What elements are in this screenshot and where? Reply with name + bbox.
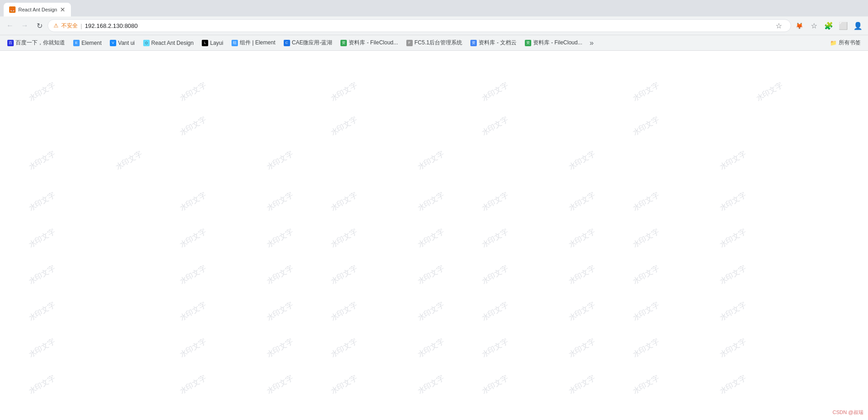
- bookmark-star-button[interactable]: ☆: [772, 19, 785, 32]
- bookmark-favicon-element: E: [73, 40, 80, 46]
- watermark-item: 水印文字: [567, 337, 597, 360]
- window-button[interactable]: ⬜: [837, 19, 850, 32]
- watermark-item: 水印文字: [631, 227, 661, 250]
- watermark-item: 水印文字: [265, 190, 295, 213]
- bookmark-baidu[interactable]: 百 百度一下，你就知道: [4, 37, 69, 49]
- bookmark-favicon-filecloud2: 资: [525, 40, 531, 46]
- reload-button[interactable]: ↻: [33, 19, 46, 32]
- watermark-item: 水印文字: [755, 81, 785, 103]
- bookmark-label-wenjian: 资料库 - 文档云: [479, 39, 517, 47]
- watermark-item: 水印文字: [480, 81, 510, 103]
- account-button[interactable]: 👤: [852, 19, 864, 32]
- watermark-item: 水印文字: [480, 337, 510, 360]
- watermark-item: 水印文字: [178, 115, 208, 138]
- watermark-item: 水印文字: [178, 373, 208, 396]
- security-icon: ⚠: [54, 22, 59, 29]
- watermark-item: 水印文字: [265, 373, 295, 396]
- watermark-item: 水印文字: [416, 190, 446, 213]
- watermark-item: 水印文字: [480, 264, 510, 286]
- watermark-item: 水印文字: [631, 115, 661, 138]
- bookmark-favicon-baidu: 百: [7, 40, 14, 46]
- bookmark-layui[interactable]: L Layui: [198, 37, 227, 49]
- watermark-item: 水印文字: [178, 300, 208, 323]
- watermark-item: 水印文字: [718, 300, 748, 323]
- watermark-item: 水印文字: [114, 149, 144, 172]
- watermark-item: 水印文字: [329, 373, 359, 396]
- bookmark-favicon-wenjian: 资: [470, 40, 477, 46]
- page-content: 水印文字水印文字水印文字水印文字水印文字水印文字水印文字水印文字水印文字水印文字…: [0, 51, 868, 420]
- watermark-item: 水印文字: [480, 190, 510, 213]
- bookmark-favicon-fc: F: [406, 40, 413, 46]
- bookmark-label-fc: FC5.1后台管理系统: [415, 39, 463, 47]
- watermark-item: 水印文字: [178, 337, 208, 360]
- watermark-item: 水印文字: [416, 300, 446, 323]
- watermark-item: 水印文字: [416, 337, 446, 360]
- bookmark-label-cae: CAE微应用-蓝湖: [292, 39, 333, 47]
- watermark-item: 水印文字: [631, 81, 661, 103]
- watermark-item: 水印文字: [329, 115, 359, 138]
- tab-close-button[interactable]: ✕: [60, 6, 65, 13]
- bookmark-react[interactable]: ◇ React Ant Design: [140, 37, 198, 49]
- watermark-item: 水印文字: [567, 373, 597, 396]
- watermark-item: 水印文字: [27, 373, 57, 396]
- watermark-item: 水印文字: [567, 227, 597, 250]
- watermark-item: 水印文字: [718, 227, 748, 250]
- watermark-item: 水印文字: [265, 227, 295, 250]
- watermark-item: 水印文字: [178, 190, 208, 213]
- watermark-item: 水印文字: [416, 227, 446, 250]
- back-button[interactable]: ←: [4, 19, 16, 32]
- watermark-item: 水印文字: [631, 300, 661, 323]
- bookmark-favicon-cae: C: [284, 40, 290, 46]
- watermark-item: 水印文字: [416, 264, 446, 286]
- puzzle-icon[interactable]: 🧩: [822, 19, 835, 32]
- bookmark-zuijian[interactable]: 组 组件 | Element: [228, 37, 279, 49]
- bookmarks-more-button[interactable]: »: [587, 37, 596, 49]
- watermark-item: 水印文字: [718, 373, 748, 396]
- bookmark-favicon-zuijian: 组: [232, 40, 238, 46]
- watermark-item: 水印文字: [718, 337, 748, 360]
- watermark-item: 水印文字: [480, 373, 510, 396]
- watermark-item: 水印文字: [480, 227, 510, 250]
- watermark-item: 水印文字: [480, 300, 510, 323]
- bookmark-fc[interactable]: F FC5.1后台管理系统: [403, 37, 466, 49]
- watermark-layer: 水印文字水印文字水印文字水印文字水印文字水印文字水印文字水印文字水印文字水印文字…: [0, 51, 868, 420]
- bookmark-icon[interactable]: ☆: [808, 19, 820, 32]
- address-bar-row: ← → ↻ ⚠ 不安全 | 192.168.2.130:8080 ☆ 🦊 ☆ 🧩…: [0, 16, 868, 35]
- bookmark-favicon-ziliao1: 资: [340, 40, 347, 46]
- watermark-item: 水印文字: [178, 227, 208, 250]
- watermark-item: 水印文字: [27, 227, 57, 250]
- bookmark-label-baidu: 百度一下，你就知道: [16, 39, 65, 47]
- bookmark-element[interactable]: E Element: [70, 37, 105, 49]
- watermark-item: 水印文字: [329, 264, 359, 286]
- tab-bar: 🦊 React Ant Design ✕: [0, 0, 868, 16]
- bookmark-filecloud2[interactable]: 资 资料库 - FileCloud...: [521, 37, 586, 49]
- tab-title: React Ant Design: [18, 7, 57, 12]
- watermark-item: 水印文字: [567, 149, 597, 172]
- watermark-item: 水印文字: [265, 264, 295, 286]
- tab-favicon: 🦊: [9, 6, 16, 13]
- bookmark-wenjian[interactable]: 资 资料库 - 文档云: [467, 37, 520, 49]
- watermark-item: 水印文字: [27, 190, 57, 213]
- watermark-item: 水印文字: [329, 227, 359, 250]
- watermark-item: 水印文字: [567, 300, 597, 323]
- browser-chrome: 🦊 React Ant Design ✕ ← → ↻ ⚠ 不安全 | 192.1…: [0, 0, 868, 51]
- watermark-item: 水印文字: [329, 81, 359, 103]
- bookmark-label-zuijian: 组件 | Element: [240, 39, 275, 47]
- address-bar-actions: ☆: [772, 19, 785, 32]
- security-label: 不安全: [61, 22, 78, 30]
- bookmark-cae[interactable]: C CAE微应用-蓝湖: [280, 37, 336, 49]
- bookmark-label-ziliao1: 资料库 - FileCloud...: [349, 39, 398, 47]
- csdn-badge: CSDN @叔瑞: [833, 409, 863, 416]
- bookmark-favicon-layui: L: [202, 40, 208, 46]
- profile-button[interactable]: 🦊: [793, 19, 806, 32]
- bookmark-vant[interactable]: V Vant ui: [106, 37, 138, 49]
- bookmark-ziliao1[interactable]: 资 资料库 - FileCloud...: [337, 37, 401, 49]
- active-tab[interactable]: 🦊 React Ant Design ✕: [4, 3, 71, 16]
- bookmarks-folder[interactable]: 📁 所有书签: [826, 37, 864, 49]
- watermark-item: 水印文字: [631, 190, 661, 213]
- watermark-item: 水印文字: [27, 81, 57, 103]
- address-bar[interactable]: ⚠ 不安全 | 192.168.2.130:8080 ☆: [48, 19, 791, 32]
- forward-button[interactable]: →: [18, 19, 31, 32]
- watermark-item: 水印文字: [178, 264, 208, 286]
- watermark-item: 水印文字: [567, 264, 597, 286]
